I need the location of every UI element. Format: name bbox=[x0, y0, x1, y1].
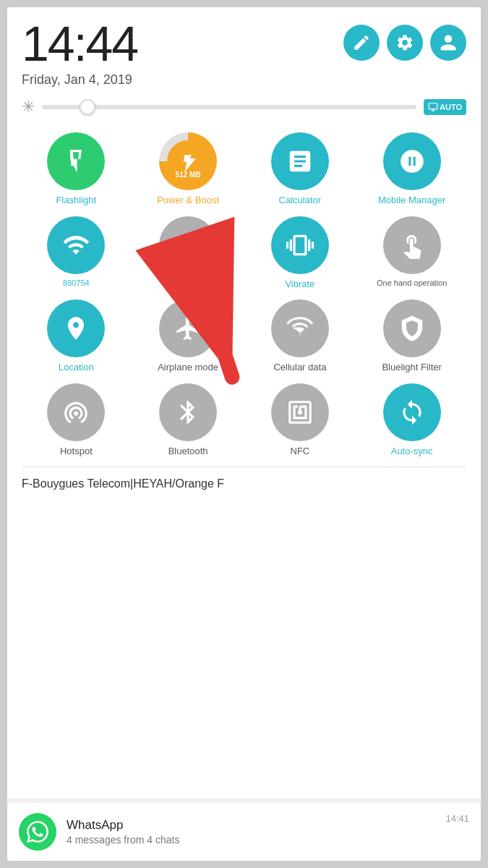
profile-button[interactable] bbox=[430, 25, 466, 61]
whatsapp-icon bbox=[19, 813, 56, 851]
carrier-text: F-Bouygues Telecom|HEYAH/Orange F bbox=[22, 467, 466, 496]
qs-mobile-manager[interactable]: Mobile Manager bbox=[357, 129, 466, 209]
settings-button[interactable] bbox=[387, 25, 423, 61]
quick-settings-grid: Flashlight 512 MB Power & Boost bbox=[22, 129, 466, 459]
notification-content: WhatsApp 4 messages from 4 chats bbox=[67, 818, 435, 846]
qs-location[interactable]: Location bbox=[22, 297, 131, 376]
qs-calculator[interactable]: Calculator bbox=[246, 129, 355, 209]
qs-auto-rotate[interactable]: Auto rotate bbox=[134, 213, 243, 293]
auto-badge[interactable]: AUTO bbox=[424, 99, 466, 115]
notification-whatsapp[interactable]: WhatsApp 4 messages from 4 chats 14:41 bbox=[7, 803, 481, 861]
qs-nfc[interactable]: NFC bbox=[246, 380, 355, 460]
qs-vibrate[interactable]: Vibrate bbox=[246, 213, 355, 293]
notification-title: WhatsApp bbox=[67, 818, 435, 833]
svg-rect-0 bbox=[429, 103, 437, 109]
qs-wifi[interactable]: 880754 bbox=[22, 213, 131, 293]
brightness-row: ✳ AUTO bbox=[22, 98, 466, 116]
qs-power-boost[interactable]: 512 MB Power & Boost bbox=[134, 129, 243, 209]
notification-body: 4 messages from 4 chats bbox=[67, 834, 435, 846]
edit-button[interactable] bbox=[343, 25, 380, 61]
qs-bluelight[interactable]: Bluelight Filter bbox=[357, 297, 466, 376]
qs-autosync[interactable]: Auto-sync bbox=[357, 380, 466, 460]
notification-time: 14:41 bbox=[445, 813, 469, 824]
qs-cellular[interactable]: Cellular data bbox=[246, 297, 355, 376]
date-display: Friday, Jan 4, 2019 bbox=[22, 72, 466, 88]
qs-hotspot[interactable]: Hotspot bbox=[22, 380, 131, 460]
brightness-thumb[interactable] bbox=[80, 99, 95, 115]
brightness-icon: ✳ bbox=[22, 98, 35, 116]
qs-flashlight[interactable]: Flashlight bbox=[22, 129, 131, 209]
qs-bluetooth[interactable]: Bluetooth bbox=[134, 380, 243, 460]
brightness-slider[interactable] bbox=[42, 105, 416, 109]
clock-display: 14:44 bbox=[22, 19, 137, 68]
qs-one-hand[interactable]: One hand operation bbox=[357, 213, 466, 293]
qs-airplane[interactable]: Airplane mode bbox=[134, 297, 243, 376]
